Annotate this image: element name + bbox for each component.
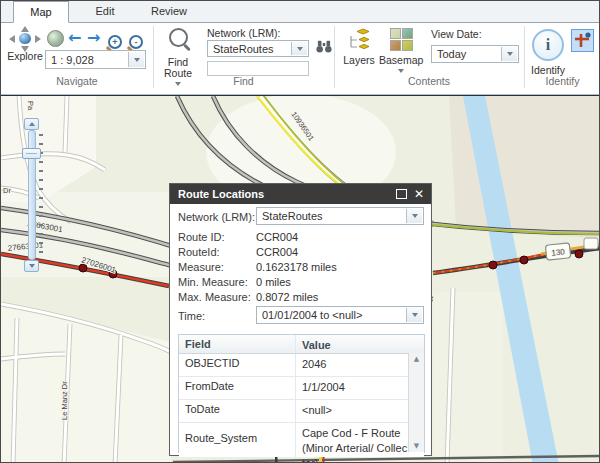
search-binoculars-button[interactable] [315,38,333,60]
tab-review[interactable]: Review [141,1,197,22]
tab-edit[interactable]: Edit [77,1,133,22]
explore-label: Explore [5,51,45,62]
dialog-network-value: StateRoutes [262,208,323,224]
contents-group-label: Contents [334,75,524,89]
dialog-network-dropdown-button[interactable] [406,209,422,223]
identify-icon: i [532,29,564,61]
tab-map[interactable]: Map [13,1,69,23]
measure-value: 0.1623178 miles [256,261,337,273]
dialog-title: Route Locations [178,188,264,200]
chevron-down-icon [29,264,35,268]
route-shield: 130 [545,243,570,260]
next-extent-button[interactable]: → [87,30,100,46]
field-column-header: Field [179,335,296,353]
chevron-down-icon [398,69,404,73]
zoom-slider-down-button[interactable] [24,260,39,272]
zoom-out-icon: - [129,35,143,49]
street-label: Le Manz Dr [60,381,69,420]
value-cell: 2046 [296,354,409,376]
route-location-icon [572,30,593,51]
route-shield-label: 130 [551,247,566,257]
find-route-input[interactable] [207,61,309,76]
network-lrm-value: StateRoutes [213,41,274,56]
time-dropdown[interactable]: 01/01/2004 to <null> [256,306,424,324]
value-cell: <null> [296,400,409,422]
route-locations-dialog: Route Locations ✕ Network (LRM): StateRo… [169,183,432,456]
globe-icon [47,30,64,47]
find-route-icon [169,28,188,47]
min-measure-value: 0 miles [256,276,291,288]
ribbon: Explore ← → + - 1 : 9,028 Navigate Find … [1,23,599,95]
event-editor-window: Map Edit Review Explore ← → + - 1 : 9,02… [0,0,600,463]
basemap-button[interactable]: Basemap [379,28,423,73]
chevron-up-icon [29,122,35,126]
view-date-dropdown-button[interactable] [501,47,517,61]
value-cell: Cape Cod - F Route (Minor Arterial/ Coll… [296,423,409,457]
identify-route-location-tool-selected[interactable] [571,29,594,52]
layers-label: Layers [341,55,377,66]
table-scrollbar[interactable]: ▲ ▼ [408,353,424,452]
scale-value: 1 : 9,028 [51,51,94,68]
maximize-icon[interactable] [396,189,407,199]
explore-button[interactable]: Explore [5,27,45,62]
routeid-label: RouteId: [178,246,220,258]
zoom-in-button[interactable]: + [108,31,122,49]
previous-extent-button[interactable]: ← [68,30,81,46]
route-shield-blank [584,238,598,249]
find-group-label: Find [153,75,334,89]
chevron-down-icon [412,313,418,317]
layers-button[interactable]: Layers [341,28,377,66]
street-label: Dr [3,186,11,195]
scroll-down-icon[interactable]: ▼ [409,442,424,450]
route-id-value: CCR004 [256,231,298,243]
scroll-up-icon[interactable]: ▲ [409,355,424,363]
field-cell: OBJECTID [179,354,296,376]
basemap-icon [390,28,413,51]
view-date-label: View Date: [431,28,482,40]
table-header: Field Value [179,335,424,354]
zoom-slider-handle[interactable] [22,148,41,159]
network-lrm-dropdown[interactable]: StateRoutes [207,40,309,57]
table-row[interactable]: Route_System Cape Cod - F Route (Minor A… [179,423,424,457]
chevron-down-icon [412,214,418,218]
time-value: 01/01/2004 to <null> [262,307,362,323]
identify-group-label: Identify [524,75,600,89]
chevron-down-icon [297,47,303,51]
binoculars-icon [315,38,333,56]
identify-button[interactable]: i Identify [529,29,567,76]
navigate-group-label: Navigate [1,75,153,89]
attributes-table: Field Value OBJECTID 2046 FromDate 1/1/2… [178,334,425,453]
time-label: Time: [178,310,205,322]
dialog-network-label: Network (LRM): [178,211,255,223]
street-label: Pa [26,101,35,111]
table-row[interactable]: FromDate 1/1/2004 [179,377,424,400]
route-id-label: Route ID: [178,231,224,243]
dialog-title-bar[interactable]: Route Locations ✕ [170,184,431,204]
field-cell: Route_System [179,423,296,457]
field-cell: ToDate [179,400,296,422]
basemap-label: Basemap [379,55,423,66]
full-extent-button[interactable] [47,30,64,51]
zoom-out-button[interactable]: - [129,31,143,49]
measure-label: Measure: [178,261,224,273]
zoom-in-icon: + [108,35,122,49]
scale-combobox[interactable]: 1 : 9,028 [45,50,146,69]
field-cell: FromDate [179,377,296,399]
table-row[interactable]: ToDate <null> [179,400,424,423]
time-dropdown-button[interactable] [406,308,422,322]
chevron-down-icon [134,58,140,62]
layers-icon [347,28,372,51]
network-dropdown-button[interactable] [291,42,307,55]
max-measure-value: 0.8072 miles [256,291,318,303]
scale-dropdown-button[interactable] [128,52,144,67]
view-date-dropdown[interactable]: Today [431,45,519,63]
close-icon[interactable]: ✕ [414,184,424,204]
table-row[interactable]: OBJECTID 2046 [179,354,424,377]
chevron-down-icon [507,52,513,56]
view-date-value: Today [437,46,466,62]
value-column-header: Value [296,335,409,353]
explore-icon [9,27,41,51]
network-lrm-label: Network (LRM): [207,27,281,39]
zoom-slider-up-button[interactable] [24,118,39,130]
dialog-network-dropdown[interactable]: StateRoutes [256,207,424,225]
